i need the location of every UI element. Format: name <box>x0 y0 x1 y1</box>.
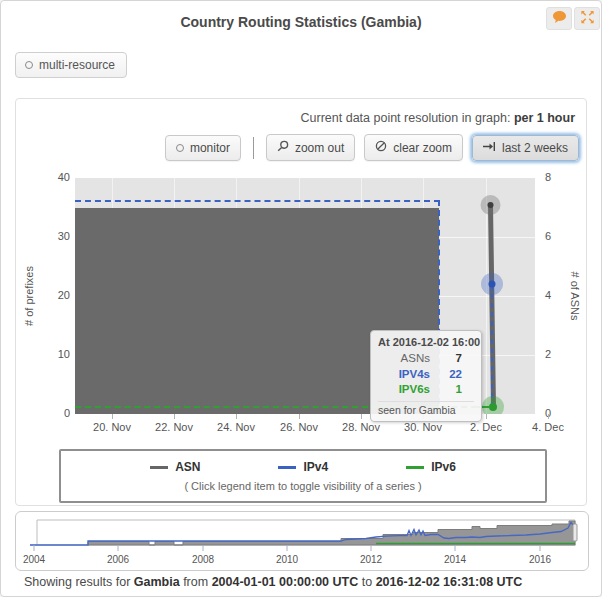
ipv4-swatch <box>278 466 296 469</box>
navigator-year: 2008 <box>183 554 223 565</box>
resolution-value: per 1 hour <box>514 111 575 125</box>
y-left-tick: 10 <box>38 348 70 360</box>
resource-name: Gambia <box>134 575 180 589</box>
x-tick-label: 24. Nov <box>208 421 264 433</box>
y-left-tick: 30 <box>38 230 70 242</box>
navigator-handle <box>573 524 577 541</box>
tooltip-row-ipv4: IPV4s22 <box>378 367 474 383</box>
timeline-navigator[interactable]: 2004 2006 2008 2010 2012 2014 2016 <box>15 511 589 571</box>
x-tick-mark <box>486 414 487 419</box>
tooltip-row-asn: ASNs7 <box>378 351 474 367</box>
x-tick-mark <box>548 414 549 419</box>
magnifier-icon <box>277 140 289 155</box>
y-left-tick: 40 <box>38 171 70 183</box>
x-tick-label: 28. Nov <box>333 421 389 433</box>
navigator-year: 2012 <box>351 554 391 565</box>
fullscreen-button[interactable] <box>574 7 600 30</box>
x-tick-label: 30. Nov <box>395 421 451 433</box>
circle-icon <box>176 144 184 152</box>
multi-resource-button[interactable]: multi-resource <box>15 52 127 78</box>
navigator-year: 2014 <box>435 554 475 565</box>
range-end: 2016-12-02 16:31:08 UTC <box>376 575 523 589</box>
tooltip-footer: seen for Gambia <box>378 401 474 416</box>
speech-bubble-icon <box>552 10 567 28</box>
tooltip-title: At 2016-12-02 16:00 <box>378 336 474 348</box>
navigator-year: 2010 <box>267 554 307 565</box>
y-right-tick: 4 <box>545 289 567 301</box>
asn-swatch <box>150 466 168 469</box>
zoom-out-button[interactable]: zoom out <box>266 134 355 161</box>
x-tick-label: 20. Nov <box>84 421 140 433</box>
chart-panel: Current data point resolution in graph: … <box>15 98 587 506</box>
x-tick-label: 2. Dec <box>458 421 514 433</box>
x-tick-label: 26. Nov <box>271 421 327 433</box>
navigator-year: 2004 <box>15 554 54 565</box>
x-tick-mark <box>299 414 300 419</box>
slashed-circle-icon <box>375 140 387 155</box>
legend-note: ( Click legend item to toggle visibility… <box>61 480 545 492</box>
x-tick-label: 22. Nov <box>146 421 202 433</box>
x-tick-mark <box>236 414 237 419</box>
navigator-year: 2006 <box>98 554 138 565</box>
legend-item-asn[interactable]: ASN <box>150 460 200 474</box>
tooltip-row-ipv6: IPV6s1 <box>378 382 474 398</box>
y-right-tick: 8 <box>545 171 567 183</box>
expand-arrows-icon <box>580 10 595 28</box>
x-tick-label: 4. Dec <box>520 421 576 433</box>
legend-item-ipv6[interactable]: IPv6 <box>406 460 456 474</box>
comment-button[interactable] <box>546 7 572 30</box>
page-title: Country Routing Statistics (Gambia) <box>1 14 601 30</box>
country-routing-statistics-widget: Country Routing Statistics (Gambia) mult… <box>0 0 602 597</box>
toolbar-divider <box>253 137 254 159</box>
y-right-tick: 6 <box>545 230 567 242</box>
x-tick-mark <box>361 414 362 419</box>
y-right-tick: 2 <box>545 348 567 360</box>
arrow-to-bar-icon <box>483 141 496 155</box>
x-tick-mark <box>112 414 113 419</box>
asn-marker <box>488 202 494 208</box>
legend-item-ipv4[interactable]: IPv4 <box>278 460 328 474</box>
navigator-year: 2016 <box>520 554 560 565</box>
circle-icon <box>25 61 33 69</box>
ipv6-marker <box>489 403 497 411</box>
legend-box: ASN IPv4 IPv6 ( Click legend item to tog… <box>59 449 547 503</box>
y-left-axis-title: # of prefixes <box>23 236 37 356</box>
clear-zoom-button[interactable]: clear zoom <box>364 134 463 161</box>
last-2-weeks-button[interactable]: last 2 weeks <box>472 135 579 161</box>
y-left-tick: 0 <box>38 407 70 419</box>
ipv6-swatch <box>406 466 424 469</box>
x-tick-mark <box>174 414 175 419</box>
results-summary: Showing results for Gambia from 2004-01-… <box>24 575 522 589</box>
chart-tooltip: At 2016-12-02 16:00 ASNs7 IPV4s22 IPV6s1… <box>370 330 482 422</box>
y-left-tick: 20 <box>38 289 70 301</box>
y-right-axis-title: # of ASNs <box>567 236 581 356</box>
resolution-text: Current data point resolution in graph: … <box>301 111 575 125</box>
range-start: 2004-01-01 00:00:00 UTC <box>212 575 359 589</box>
chart-toolbar: monitor zoom out clear zoom <box>165 134 579 161</box>
monitor-button[interactable]: monitor <box>165 135 241 161</box>
ipv4-marker <box>489 281 496 288</box>
multi-resource-label: multi-resource <box>39 58 115 72</box>
